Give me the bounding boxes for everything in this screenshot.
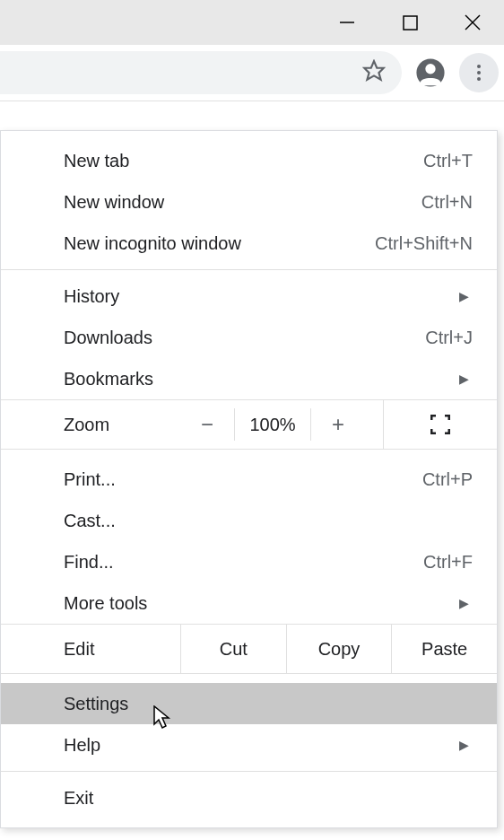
- menu-label: Settings: [64, 694, 128, 714]
- menu-label: New window: [64, 192, 164, 213]
- menu-shortcut: Ctrl+P: [422, 469, 473, 490]
- menu-label: New tab: [64, 151, 129, 171]
- zoom-value: 100%: [234, 408, 311, 441]
- fullscreen-button[interactable]: [383, 399, 497, 450]
- menu-cast[interactable]: Cast...: [1, 500, 497, 541]
- menu-new-incognito[interactable]: New incognito window Ctrl+Shift+N: [1, 223, 497, 264]
- menu-separator: [1, 269, 497, 270]
- main-menu: New tab Ctrl+T New window Ctrl+N New inc…: [0, 130, 498, 828]
- menu-help[interactable]: Help ▶: [1, 724, 497, 766]
- svg-point-9: [477, 77, 481, 81]
- menu-history[interactable]: History ▶: [1, 276, 497, 317]
- address-bar[interactable]: [0, 51, 402, 94]
- close-window-button[interactable]: [441, 0, 504, 45]
- menu-label: New incognito window: [64, 233, 241, 254]
- paste-button[interactable]: Paste: [391, 624, 497, 674]
- svg-marker-4: [364, 61, 384, 80]
- menu-label: Print...: [64, 469, 116, 490]
- menu-settings[interactable]: Settings: [1, 683, 497, 724]
- menu-shortcut: Ctrl+J: [425, 328, 473, 348]
- chevron-right-icon: ▶: [459, 289, 469, 303]
- chevron-right-icon: ▶: [459, 372, 469, 386]
- maximize-button[interactable]: [378, 0, 441, 45]
- zoom-in-button[interactable]: +: [311, 412, 365, 437]
- minimize-button[interactable]: [316, 0, 378, 45]
- menu-shortcut: Ctrl+N: [421, 192, 473, 213]
- menu-shortcut: Ctrl+Shift+N: [375, 233, 473, 254]
- menu-shortcut: Ctrl+F: [423, 552, 473, 573]
- menu-new-tab[interactable]: New tab Ctrl+T: [1, 140, 497, 181]
- menu-label: More tools: [64, 593, 147, 614]
- zoom-label: Zoom: [64, 415, 180, 435]
- svg-point-8: [477, 71, 481, 74]
- menu-zoom-row: Zoom − 100% +: [1, 399, 497, 450]
- menu-shortcut: Ctrl+T: [423, 151, 473, 171]
- menu-bookmarks[interactable]: Bookmarks ▶: [1, 358, 497, 399]
- edit-label: Edit: [64, 639, 180, 660]
- menu-downloads[interactable]: Downloads Ctrl+J: [1, 317, 497, 358]
- menu-more-tools[interactable]: More tools ▶: [1, 582, 497, 624]
- window-titlebar: [0, 0, 504, 45]
- menu-label: Cast...: [64, 511, 116, 531]
- menu-find[interactable]: Find... Ctrl+F: [1, 541, 497, 582]
- svg-point-6: [425, 64, 435, 74]
- chevron-right-icon: ▶: [459, 738, 469, 752]
- menu-new-window[interactable]: New window Ctrl+N: [1, 181, 497, 223]
- menu-label: Bookmarks: [64, 369, 153, 389]
- menu-label: Downloads: [64, 328, 152, 348]
- menu-edit-row: Edit Cut Copy Paste: [1, 624, 497, 674]
- profile-button[interactable]: [411, 53, 450, 92]
- menu-label: Exit: [64, 788, 93, 809]
- menu-exit[interactable]: Exit: [1, 777, 497, 818]
- star-icon[interactable]: [362, 59, 386, 86]
- svg-point-7: [477, 65, 481, 68]
- menu-label: History: [64, 286, 119, 307]
- menu-print[interactable]: Print... Ctrl+P: [1, 459, 497, 500]
- chevron-right-icon: ▶: [459, 596, 469, 610]
- menu-label: Find...: [64, 552, 114, 573]
- zoom-out-button[interactable]: −: [180, 412, 234, 437]
- cut-button[interactable]: Cut: [180, 624, 286, 674]
- copy-button[interactable]: Copy: [286, 624, 392, 674]
- menu-separator: [1, 771, 497, 772]
- browser-toolbar: [0, 45, 504, 101]
- svg-rect-1: [404, 16, 417, 30]
- more-menu-button[interactable]: [459, 53, 499, 92]
- menu-label: Help: [64, 735, 100, 756]
